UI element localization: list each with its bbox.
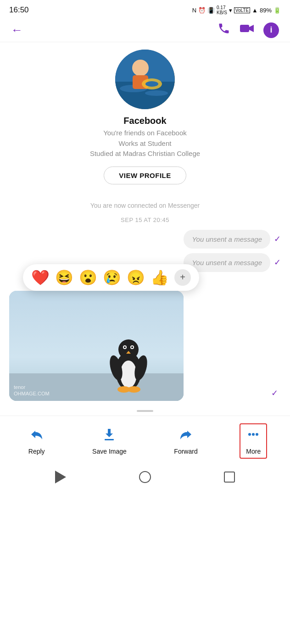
- reply-icon: [29, 427, 44, 445]
- system-nav: [0, 465, 290, 491]
- svg-point-6: [145, 90, 168, 96]
- svg-marker-1: [249, 25, 254, 32]
- message-row: You unsent a message ✓: [9, 230, 281, 249]
- svg-point-28: [256, 433, 258, 436]
- info-button[interactable]: i: [263, 22, 279, 38]
- svg-point-27: [252, 433, 255, 436]
- svg-rect-0: [240, 25, 249, 32]
- gif-message: tenor OHMAGE.COM: [9, 291, 184, 401]
- back-button[interactable]: ←: [11, 23, 23, 37]
- react-heart[interactable]: ❤️: [31, 269, 50, 286]
- svg-point-14: [120, 361, 137, 388]
- react-wow[interactable]: 😮: [79, 269, 97, 286]
- nfc-icon: N: [192, 7, 196, 14]
- svg-point-10: [145, 81, 158, 87]
- save-icon: [102, 427, 117, 445]
- status-time: 16:50: [9, 6, 29, 15]
- profile-sub: You're friends on Facebook Works at Stud…: [90, 128, 200, 159]
- top-nav: ← i: [0, 18, 290, 42]
- status-bar: 16:50 N ⏰ 📳 0.17KB/S ▾ VoLTE ▲ 89% 🔋: [0, 0, 290, 18]
- back-system-button[interactable]: [54, 471, 67, 483]
- chat-area: You are now connected on Messenger SEP 1…: [0, 194, 290, 405]
- battery-icon: 🔋: [273, 7, 281, 14]
- message-check-2: ✓: [274, 257, 281, 267]
- react-thumbsup[interactable]: 👍: [151, 269, 169, 286]
- profile-name: Facebook: [123, 116, 166, 126]
- signal-icon: ▲: [252, 7, 258, 14]
- video-call-button[interactable]: [240, 22, 254, 38]
- more-action[interactable]: More: [240, 423, 267, 459]
- forward-icon: [178, 427, 193, 445]
- more-icon: [246, 427, 261, 445]
- reply-action[interactable]: Reply: [23, 424, 50, 458]
- svg-point-18: [124, 346, 126, 348]
- svg-point-19: [131, 346, 133, 348]
- gif-check: ✓: [271, 388, 278, 398]
- tenor-watermark: tenor OHMAGE.COM: [14, 384, 50, 397]
- data-speed: 0.17KB/S: [217, 5, 227, 15]
- reply-label: Reply: [28, 448, 45, 455]
- message-check-1: ✓: [274, 234, 281, 244]
- alarm-icon: ⏰: [198, 7, 206, 14]
- profile-work: Works at Student: [119, 139, 172, 147]
- react-laugh[interactable]: 😆: [55, 269, 73, 286]
- svg-point-15: [118, 339, 139, 360]
- wifi-icon: ▾: [229, 7, 232, 14]
- call-button[interactable]: [218, 22, 230, 38]
- svg-point-7: [132, 60, 149, 76]
- date-divider: SEP 15 AT 20:45: [9, 217, 281, 223]
- view-profile-button[interactable]: VIEW PROFILE: [104, 167, 186, 184]
- message-bubble-2: You unsent a message: [184, 253, 270, 272]
- recents-button[interactable]: [223, 471, 236, 483]
- battery-level: 89%: [260, 7, 272, 14]
- react-angry[interactable]: 😠: [127, 269, 145, 286]
- volte-icon: VoLTE: [234, 7, 250, 13]
- more-label: More: [246, 448, 261, 455]
- connected-message: You are now connected on Messenger: [9, 202, 281, 209]
- svg-point-24: [128, 386, 140, 393]
- save-image-action[interactable]: Save Image: [87, 424, 132, 458]
- svg-point-26: [248, 433, 251, 436]
- save-image-label: Save Image: [92, 448, 127, 455]
- svg-rect-25: [105, 439, 114, 440]
- react-cry[interactable]: 😢: [103, 269, 121, 286]
- forward-label: Forward: [174, 448, 197, 455]
- vibrate-icon: 📳: [207, 7, 215, 14]
- mini-divider: [0, 410, 290, 412]
- profile-friends: You're friends on Facebook: [103, 129, 187, 137]
- message-bubble-1: You unsent a message: [184, 230, 270, 249]
- react-more-button[interactable]: +: [174, 269, 191, 286]
- reaction-bar: ❤️ 😆 😮 😢 😠 👍 +: [23, 264, 199, 291]
- status-icons: N ⏰ 📳 0.17KB/S ▾ VoLTE ▲ 89% 🔋: [192, 5, 281, 15]
- home-button[interactable]: [139, 471, 151, 483]
- gif-row: ❤️ 😆 😮 😢 😠 👍 +: [9, 291, 281, 401]
- bottom-action-bar: Reply Save Image Forward More: [0, 416, 290, 465]
- profile-section: Facebook You're friends on Facebook Work…: [0, 42, 290, 194]
- forward-action[interactable]: Forward: [168, 424, 203, 458]
- profile-education: Studied at Madras Christian College: [90, 150, 200, 157]
- avatar: [115, 50, 175, 109]
